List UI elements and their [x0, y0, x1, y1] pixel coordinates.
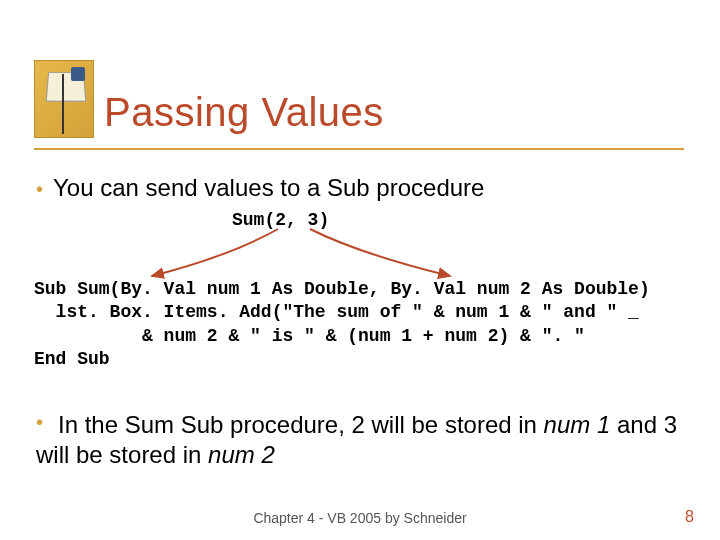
footer-text: Chapter 4 - VB 2005 by Schneider	[0, 510, 720, 526]
code-block: Sub Sum(By. Val num 1 As Double, By. Val…	[34, 278, 686, 372]
bullet-dot-icon: •	[36, 410, 58, 435]
bullet2-pre: In the Sum Sub procedure, 2 will be stor…	[58, 411, 544, 438]
slide-icon-pole	[62, 74, 64, 134]
title-underline	[34, 148, 684, 150]
code-line-1: Sub Sum(By. Val num 1 As Double, By. Val…	[34, 279, 650, 299]
code-line-2: lst. Box. Items. Add("The sum of " & num…	[34, 302, 639, 322]
code-line-4: End Sub	[34, 349, 110, 369]
bullet-1: You can send values to a Sub procedure	[36, 174, 484, 202]
arrows-icon	[130, 226, 470, 282]
page-number: 8	[685, 508, 694, 526]
bullet2-em2: num 2	[208, 441, 275, 468]
slide-icon	[34, 60, 94, 138]
page-title: Passing Values	[104, 90, 384, 135]
bullet-2: •In the Sum Sub procedure, 2 will be sto…	[36, 410, 680, 470]
code-line-3: & num 2 & " is " & (num 1 + num 2) & ". …	[34, 326, 585, 346]
bullet2-em1: num 1	[544, 411, 611, 438]
